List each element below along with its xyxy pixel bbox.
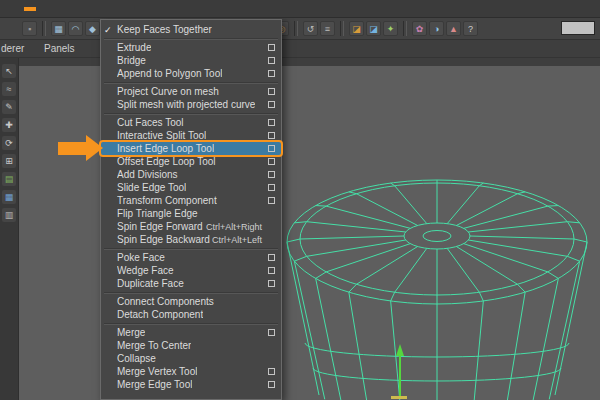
lasso-select-tool-icon[interactable]: ≈ <box>2 82 16 96</box>
option-box-icon[interactable] <box>268 57 275 64</box>
move-tool-icon[interactable]: ✚ <box>2 118 16 132</box>
menu-item-detach-component[interactable]: ✓ Detach Component <box>101 308 281 321</box>
cylinder-side-edge <box>532 278 558 400</box>
option-box-icon[interactable] <box>268 70 275 77</box>
menu-item-merge-vertex-tool[interactable]: ✓ Merge Vertex Tool <box>101 365 281 378</box>
option-box-icon[interactable] <box>268 254 275 261</box>
scale-tool-icon[interactable]: ⊞ <box>2 154 16 168</box>
menu-item-poke-face[interactable]: ✓ Poke Face <box>101 251 281 264</box>
menu-item-slide-edge-tool[interactable]: ✓ Slide Edge Tool <box>101 181 281 194</box>
tool-icon-glyph: ⊞ <box>5 156 13 166</box>
toolbox: ↖ ≈ ✎ ✚ ⟳ ⊞ ▤ ▦ ▥ <box>0 58 19 400</box>
menu-item-merge-to-center[interactable]: ✓ Merge To Center <box>101 339 281 352</box>
option-box-icon[interactable] <box>268 381 275 388</box>
menu-item-insert-edge-loop-tool[interactable]: ✓ Insert Edge Loop Tool <box>101 142 281 155</box>
panel-menu-bar: derer Panels <box>0 40 600 58</box>
numeric-input-field[interactable] <box>561 21 595 35</box>
muscle-tool-icon[interactable]: ▲ <box>446 21 461 36</box>
menu-item-label: Interactive Split Tool <box>117 130 206 141</box>
menu-item-merge-edge-tool[interactable]: ✓ Merge Edge Tool <box>101 378 281 391</box>
menu-item-label: Offset Edge Loop Tool <box>117 156 216 167</box>
menu-item-spin-edge-backward[interactable]: ✓ Spin Edge Backward Ctrl+Alt+Left <box>101 233 281 246</box>
toon-shading-icon[interactable]: ◑ <box>429 21 444 36</box>
cylinder-rim-edge <box>567 222 579 223</box>
option-box-icon[interactable] <box>268 329 275 336</box>
persp-layout-icon[interactable]: ▤ <box>2 172 16 186</box>
option-box-icon[interactable] <box>268 119 275 126</box>
option-box-icon[interactable] <box>268 44 275 51</box>
cylinder-rim-edge <box>391 292 395 301</box>
snap-to-grid-icon[interactable]: ▦ <box>51 21 66 36</box>
menu-item-duplicate-face[interactable]: ✓ Duplicate Face <box>101 277 281 290</box>
option-box-icon[interactable] <box>268 171 275 178</box>
panel-menu-renderer[interactable]: derer <box>1 40 24 57</box>
option-box-icon[interactable] <box>268 132 275 139</box>
menu-item-wedge-face[interactable]: ✓ Wedge Face <box>101 264 281 277</box>
cylinder-rim-edge <box>349 192 357 194</box>
cylinder-rim-edge <box>287 239 300 242</box>
tool-icon-glyph: ✚ <box>5 120 13 130</box>
menu-item-cut-faces-tool[interactable]: ✓ Cut Faces Tool <box>101 116 281 129</box>
menu-item-spin-edge-forward[interactable]: ✓ Spin Edge Forward Ctrl+Alt+Right <box>101 220 281 233</box>
cylinder-spoke-edge <box>456 194 517 226</box>
cylinder-rim-edge <box>316 272 327 279</box>
menu-item-label: Split mesh with projected curve <box>117 99 255 110</box>
menu-item-label: Merge Vertex Tool <box>117 366 197 377</box>
menu-item-add-divisions[interactable]: ✓ Add Divisions <box>101 168 281 181</box>
paint-select-tool-icon[interactable]: ✎ <box>2 100 16 114</box>
option-box-icon[interactable] <box>268 267 275 274</box>
option-box-icon[interactable] <box>268 197 275 204</box>
menu-item-flip-triangle-edge[interactable]: ✓ Flip Triangle Edge <box>101 207 281 220</box>
paint-effects-icon[interactable]: ✿ <box>412 21 427 36</box>
snap-to-point-icon[interactable]: ◆ <box>85 21 100 36</box>
toolbar-icon-glyph: ✿ <box>416 24 424 34</box>
menu-item-project-curve-on-mesh[interactable]: ✓ Project Curve on mesh <box>101 85 281 98</box>
option-box-icon[interactable] <box>268 88 275 95</box>
list-history-icon[interactable]: ≡ <box>320 21 335 36</box>
menu-item-merge[interactable]: ✓ Merge <box>101 326 281 339</box>
toolbar-icon-glyph: ◆ <box>89 24 96 34</box>
construction-history-icon[interactable]: ↺ <box>303 21 318 36</box>
menu-item-connect-components[interactable]: ✓ Connect Components <box>101 295 281 308</box>
menu-item-split-mesh-with-projected-curve[interactable]: ✓ Split mesh with projected curve <box>101 98 281 111</box>
option-box-icon[interactable] <box>268 368 275 375</box>
cylinder-side-edge <box>294 261 324 399</box>
menu-item-keep-faces-together[interactable]: ✓ Keep Faces Together <box>101 23 281 36</box>
manipulator-center-handle[interactable] <box>391 396 407 399</box>
menu-item-bridge[interactable]: ✓ Bridge <box>101 54 281 67</box>
menu-item-interactive-split-tool[interactable]: ✓ Interactive Split Tool <box>101 129 281 142</box>
persp-outliner-layout-icon[interactable]: ▥ <box>2 208 16 222</box>
select-tool-icon[interactable]: ↖ <box>2 64 16 78</box>
toolbar-icon-glyph: ▦ <box>54 24 63 34</box>
ipr-render-icon[interactable]: ◪ <box>366 21 381 36</box>
menu-item-label: Merge Edge Tool <box>117 379 192 390</box>
option-box-icon[interactable] <box>268 184 275 191</box>
render-frame-icon[interactable]: ◪ <box>349 21 364 36</box>
separator <box>340 21 344 36</box>
separator <box>294 21 298 36</box>
menu-collapse-handle-icon[interactable]: ▪ <box>22 21 37 36</box>
snap-to-curve-icon[interactable]: ◠ <box>68 21 83 36</box>
help-line-icon[interactable]: ? <box>463 21 478 36</box>
menu-item-label: Slide Edge Tool <box>117 182 186 193</box>
menu-item-label: Spin Edge Forward <box>117 221 203 232</box>
tool-icon-glyph: ▦ <box>5 192 14 202</box>
menu-item-transform-component[interactable]: ✓ Transform Component <box>101 194 281 207</box>
menu-item-label: Bridge <box>117 55 146 66</box>
cylinder-rim-edge <box>294 256 306 261</box>
menu-item-append-to-polygon-tool[interactable]: ✓ Append to Polygon Tool <box>101 67 281 80</box>
four-view-layout-icon[interactable]: ▦ <box>2 190 16 204</box>
menu-item-collapse[interactable]: ✓ Collapse <box>101 352 281 365</box>
cylinder-hub-center <box>423 231 451 242</box>
cylinder-rim-edge <box>349 284 357 292</box>
menu-item-extrude[interactable]: ✓ Extrude <box>101 41 281 54</box>
option-box-icon[interactable] <box>268 101 275 108</box>
option-box-icon[interactable] <box>268 280 275 287</box>
option-box-icon[interactable] <box>268 158 275 165</box>
panel-menu-panels[interactable]: Panels <box>44 40 75 57</box>
rotate-tool-icon[interactable]: ⟳ <box>2 136 16 150</box>
manipulator-y-arrow-icon[interactable] <box>396 344 404 356</box>
option-box-icon[interactable] <box>268 145 275 152</box>
render-settings-icon[interactable]: ✦ <box>383 21 398 36</box>
menu-item-offset-edge-loop-tool[interactable]: ✓ Offset Edge Loop Tool <box>101 155 281 168</box>
